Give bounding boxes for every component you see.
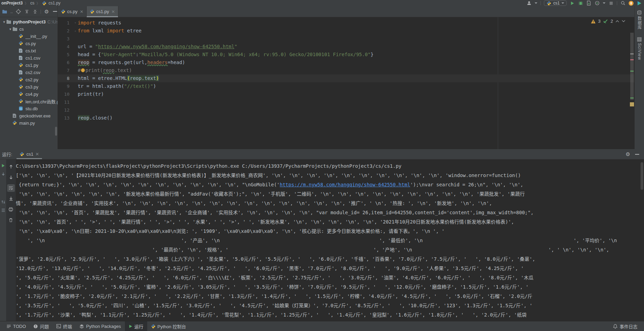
stripe-mark[interactable]: [630, 97, 634, 99]
user-dropdown-icon[interactable]: [535, 2, 537, 4]
user-icon[interactable]: [526, 1, 532, 6]
tree-item-cs.py[interactable]: cs.py: [0, 40, 57, 47]
intention-bulb-icon[interactable]: [81, 68, 85, 72]
code-line-12[interactable]: 12: [58, 106, 634, 114]
tool-window-button-SciView[interactable]: SciView: [637, 37, 642, 60]
breadcrumb-item[interactable]: onProject3: [1, 1, 23, 6]
code-line-9[interactable]: 9tr = html.xpath("//text()"): [58, 82, 634, 90]
code-line-13[interactable]: 13reop.close(): [58, 114, 634, 122]
print-icon[interactable]: [7, 206, 15, 213]
code-line-4[interactable]: 4url = "https://www.nyw58.com/hangqing/s…: [58, 43, 634, 51]
breadcrumb-item[interactable]: cs: [30, 1, 34, 6]
statusbar-item-终端[interactable]: 终端: [53, 321, 76, 331]
collapse-all-icon[interactable]: [32, 9, 37, 14]
stop-button[interactable]: [609, 1, 614, 6]
up-stack-trace-icon[interactable]: [7, 163, 15, 170]
run-settings-gear-icon[interactable]: ⚙: [626, 151, 630, 157]
right-tool-stripe: 数据库SciView: [634, 6, 644, 149]
run-config-select[interactable]: cs1: [544, 0, 567, 6]
chevron-down-icon[interactable]: ▼: [2, 20, 6, 24]
project-view-more[interactable]: ..: [10, 9, 13, 14]
tree-item-cs.txt[interactable]: cs.txt: [0, 47, 57, 54]
tree-item-cs[interactable]: ▼cs: [0, 25, 57, 33]
run-with-coverage-button[interactable]: [586, 1, 591, 6]
hide-panel-icon[interactable]: [52, 9, 57, 14]
code-line-6[interactable]: 6reop = requests.get(url,headers=head): [58, 59, 634, 66]
debug-button[interactable]: [578, 1, 583, 6]
update-available-icon[interactable]: [629, 1, 634, 6]
editor-scrollbar-thumb[interactable]: [630, 33, 634, 100]
tree-item-cs4.py[interactable]: cs4.py: [0, 91, 57, 98]
inspections-widget[interactable]: 3 2: [591, 19, 625, 24]
rerun-icon[interactable]: [1, 164, 5, 168]
down-stack-trace-icon[interactable]: [7, 174, 15, 181]
soft-wrap-icon[interactable]: [7, 184, 15, 192]
profiler-dropdown-icon[interactable]: [603, 2, 605, 4]
tree-item-pythonProject3[interactable]: ▼pythonProject3C:\Us: [0, 18, 57, 25]
stop-icon[interactable]: [1, 172, 5, 176]
statusbar-item-TODO[interactable]: TODO: [3, 321, 30, 331]
run-button[interactable]: [570, 1, 575, 6]
locate-file-icon[interactable]: [16, 9, 21, 14]
scroll-to-end-icon[interactable]: [7, 195, 15, 203]
hide-run-panel-icon[interactable]: [635, 151, 639, 157]
stripe-mark[interactable]: [630, 53, 634, 54]
console-output[interactable]: C:\Users\13937\PycharmProjects\flaskProj…: [16, 159, 644, 321]
next-problem-icon[interactable]: [622, 20, 625, 22]
code-editor[interactable]: 1▿import requests2▵from lxml import etre…: [58, 17, 634, 149]
statusbar-item-Python Packages[interactable]: Python Packages: [76, 321, 125, 331]
tree-item-cs3.py[interactable]: cs3.py: [0, 83, 57, 91]
statusbar-item-运行[interactable]: 运行: [125, 321, 147, 331]
settings-gear-icon[interactable]: ⚙: [44, 9, 49, 14]
code-line-11[interactable]: 11: [58, 98, 634, 106]
tool-window-button-数据库[interactable]: 数据库: [636, 10, 642, 30]
breadcrumb-item[interactable]: cs1.py: [49, 1, 61, 6]
fold-marker-icon[interactable]: ▿: [73, 19, 78, 27]
code-line-10[interactable]: 10print(tr): [58, 90, 634, 98]
editor-tab-cs.py[interactable]: cs.py✕: [58, 6, 87, 17]
stripe-inspection-indicator[interactable]: [630, 102, 634, 106]
code-line-3[interactable]: 3: [58, 35, 634, 43]
statusbar-item-问题[interactable]: 问题: [30, 321, 53, 331]
search-everywhere-icon[interactable]: [620, 1, 625, 6]
tree-scrollbar[interactable]: [55, 127, 57, 136]
tree-item-cs1.csv[interactable]: cs1.csv: [0, 54, 57, 62]
tree-item-cs1.py[interactable]: cs1.py: [0, 62, 57, 69]
clear-all-icon[interactable]: [7, 216, 15, 224]
code-line-5[interactable]: 5head = {"User-Agent":"Mozilla/5.0 (Wind…: [58, 51, 634, 59]
close-icon[interactable]: ✕: [35, 152, 39, 157]
code-line-2[interactable]: 2▵from lxml import etree: [58, 27, 634, 35]
code-line-1[interactable]: 1▿import requests: [58, 19, 634, 27]
tree-item-cs2.py[interactable]: cs2.py: [0, 76, 57, 83]
statusbar-item-事件日志[interactable]: 事件日志: [609, 321, 641, 331]
chevron-down-icon[interactable]: ▼: [8, 28, 12, 31]
run-tab-cs1[interactable]: cs1 ✕: [16, 149, 43, 159]
tree-item-stu.db[interactable]: stu.db: [0, 105, 57, 112]
tree-item-main.py[interactable]: main.py: [0, 120, 57, 127]
console-link[interactable]: https://m.nyw58.com/hangqing/show-642550…: [280, 182, 410, 187]
project-view-combo-icon[interactable]: [2, 9, 7, 14]
tree-item-__init__.py[interactable]: __init__.py: [0, 33, 57, 40]
editor-tab-cs1.py[interactable]: cs1.py✕: [87, 6, 118, 17]
console-line: ', '3.5元/斤', ' ', '5.0元/斤', '四川', '山楂', …: [16, 301, 643, 310]
breadcrumb[interactable]: onProject3〉cs〉cs1.py: [0, 1, 61, 6]
tree-item-geckodriver.exe[interactable]: geckodriver.exe: [0, 112, 57, 120]
ide-features-trainer-icon[interactable]: [637, 1, 642, 6]
expand-all-icon[interactable]: [24, 9, 29, 14]
tree-item-len,ord,chr函数.p[interactable]: len,ord,chr函数.p: [0, 98, 57, 105]
console-scrollbar[interactable]: [641, 162, 643, 190]
code-line-8[interactable]: 8html = etree.HTML(reop.text): [58, 74, 634, 82]
stripe-mark[interactable]: [630, 71, 634, 72]
prev-problem-icon[interactable]: [615, 20, 619, 22]
code-line-7[interactable]: 7#print(reop.text): [58, 66, 634, 74]
fold-marker-icon[interactable]: ▵: [73, 27, 78, 35]
close-icon[interactable]: ✕: [80, 9, 83, 14]
close-icon[interactable]: ✕: [111, 9, 115, 14]
editor-error-stripe[interactable]: [630, 17, 634, 149]
sort-icon[interactable]: [1, 200, 5, 204]
tree-item-cs2.csv[interactable]: cs2.csv: [0, 69, 57, 76]
profiler-button[interactable]: [594, 1, 600, 6]
stripe-mark[interactable]: [630, 59, 634, 60]
statusbar-item-Python 控制台[interactable]: Python 控制台: [147, 321, 190, 331]
list-icon[interactable]: [1, 208, 5, 212]
